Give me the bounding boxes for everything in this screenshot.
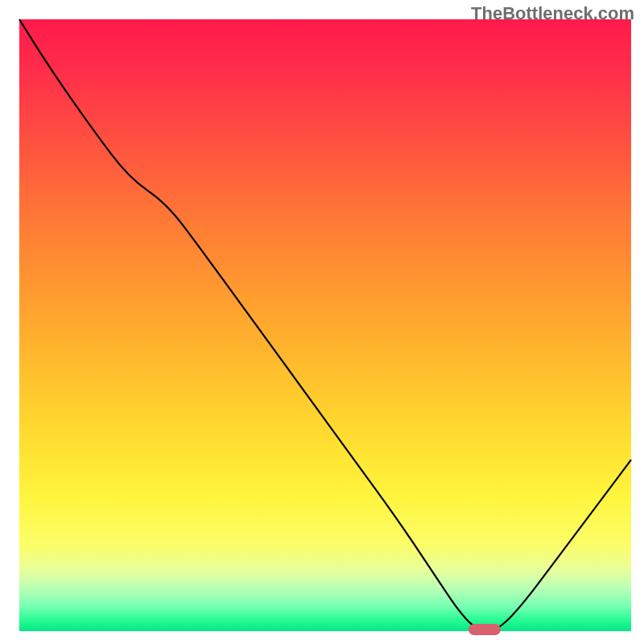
chart-container: TheBottleneck.com	[0, 0, 644, 644]
bottleneck-curve	[19, 19, 631, 631]
optimal-marker	[469, 624, 501, 635]
watermark-text: TheBottleneck.com	[471, 3, 634, 24]
curve-svg	[19, 19, 631, 631]
plot-area	[19, 19, 631, 631]
